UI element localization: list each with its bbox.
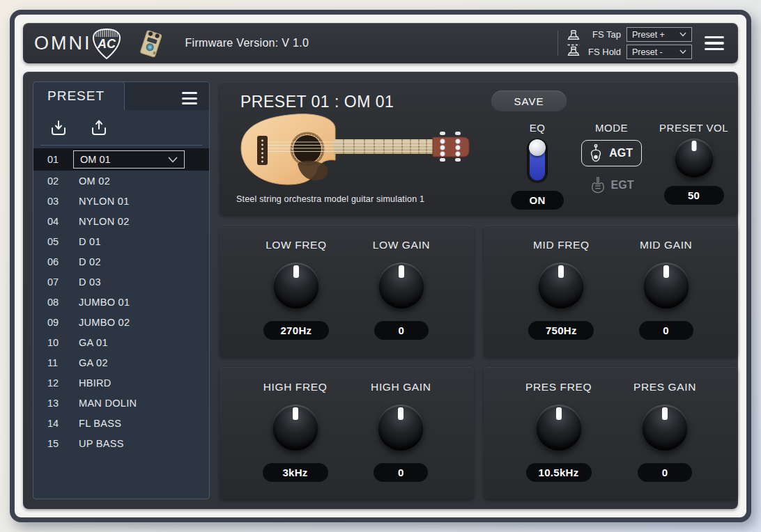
- preset-name: HBIRD: [79, 377, 112, 389]
- firmware-version-label: Firmware Version: V 1.0: [185, 37, 309, 49]
- low-freq-value: 270Hz: [263, 321, 329, 340]
- preset-name: JUMBO 01: [79, 297, 130, 308]
- low-gain-value: 0: [374, 321, 429, 340]
- preset-menu-button[interactable]: [180, 90, 199, 107]
- preset-row[interactable]: 11GA 02: [33, 352, 209, 373]
- knob-tick: [662, 407, 668, 420]
- preset-number: 10: [47, 337, 67, 348]
- preset-name: NYLON 02: [79, 216, 130, 227]
- preset-vol-value: 50: [664, 186, 724, 205]
- topbar-divider: [558, 31, 558, 56]
- fs-hold-select[interactable]: Preset -: [627, 45, 692, 59]
- fs-tap-value: Preset +: [632, 30, 665, 40]
- knob-tick: [663, 265, 669, 278]
- svg-text:AC: AC: [97, 37, 116, 51]
- pres-gain-control: PRES GAIN 0: [633, 381, 696, 499]
- export-icon: [89, 118, 109, 138]
- fs-tap-select[interactable]: Preset +: [627, 27, 692, 42]
- sidebar-header: PRESET: [33, 82, 209, 110]
- content-area: PRESET: [23, 72, 738, 509]
- preset-name-dropdown[interactable]: OM 01: [73, 150, 185, 169]
- mode-egt-label: EGT: [611, 179, 634, 191]
- tab-preset[interactable]: PRESET: [33, 81, 125, 110]
- knob-tick: [293, 407, 298, 420]
- mid-freq-knob[interactable]: [538, 263, 584, 308]
- high-gain-knob[interactable]: [378, 405, 424, 451]
- low-freq-control: LOW FREQ 270Hz: [263, 239, 329, 357]
- preset-row[interactable]: 13MAN DOLIN: [33, 393, 209, 413]
- preset-row[interactable]: 03NYLON 01: [33, 191, 209, 211]
- sidebar-divider: [40, 145, 202, 146]
- guitar-description: Steel string orchestra model guitar simu…: [236, 194, 424, 204]
- eq-label: EQ: [530, 122, 546, 134]
- high-gain-value: 0: [374, 463, 428, 482]
- high-gain-control: HIGH GAIN 0: [371, 381, 431, 499]
- mid-gain-control: MID GAIN 0: [639, 239, 693, 357]
- low-freq-knob[interactable]: [273, 263, 319, 308]
- mid-freq-control: MID FREQ 750Hz: [528, 239, 594, 357]
- main-menu-button[interactable]: [702, 33, 727, 54]
- mid-gain-knob[interactable]: [643, 263, 689, 308]
- mode-group: MODE AGT: [581, 122, 642, 210]
- mode-option-agt[interactable]: AGT: [581, 140, 642, 166]
- low-gain-label: LOW GAIN: [373, 239, 430, 251]
- high-freq-value: 3kHz: [263, 463, 328, 482]
- pres-gain-label: PRES GAIN: [633, 381, 696, 393]
- preset-name: FL BASS: [79, 418, 121, 429]
- fs-tap-icon: [567, 29, 581, 41]
- preset-name: D 02: [79, 256, 101, 267]
- high-freq-knob[interactable]: [272, 405, 318, 451]
- mode-label: MODE: [595, 122, 628, 134]
- preset-row-selected[interactable]: 01 OM 01: [33, 148, 209, 171]
- preset-row[interactable]: 15UP BASS: [33, 433, 209, 453]
- preset-row[interactable]: 06D 02: [33, 251, 209, 272]
- export-preset-button[interactable]: [89, 118, 109, 138]
- pres-freq-value: 10.5kHz: [526, 463, 592, 482]
- low-gain-control: LOW GAIN 0: [373, 239, 430, 357]
- pedal-icon: [135, 28, 167, 58]
- preset-number: 03: [47, 196, 67, 207]
- preset-row[interactable]: 09JUMBO 02: [33, 312, 209, 332]
- logo-text: OMNI: [34, 34, 92, 53]
- save-button[interactable]: SAVE: [491, 91, 567, 111]
- fs-tap-label: FS Tap: [586, 29, 621, 40]
- preset-row[interactable]: 07D 03: [33, 272, 209, 292]
- mode-agt-label: AGT: [609, 147, 633, 159]
- preset-number: 08: [47, 297, 67, 308]
- pres-freq-knob[interactable]: [536, 405, 582, 451]
- preset-row[interactable]: 10GA 01: [33, 332, 209, 352]
- electric-guitar-icon: [590, 175, 606, 195]
- knob-tick: [293, 265, 299, 278]
- preset-number: 15: [47, 438, 67, 449]
- preset-number: 05: [47, 236, 67, 247]
- preset-name: OM 02: [79, 175, 110, 187]
- import-preset-button[interactable]: [49, 118, 68, 138]
- pres-gain-knob[interactable]: [642, 405, 688, 451]
- high-freq-control: HIGH FREQ 3kHz: [263, 381, 328, 499]
- eq-switch-group: EQ ON: [511, 122, 564, 210]
- fs-hold-value: Preset -: [632, 47, 663, 57]
- eq-toggle[interactable]: [527, 139, 548, 183]
- high-freq-label: HIGH FREQ: [263, 381, 328, 393]
- eq-state-badge: ON: [511, 191, 564, 210]
- preset-row[interactable]: 04NYLON 02: [33, 211, 209, 231]
- app-window: OMNI AC: [10, 10, 751, 522]
- preset-row[interactable]: 05D 01: [33, 231, 209, 251]
- preset-row[interactable]: 08JUMBO 01: [33, 292, 209, 312]
- preset-vol-knob[interactable]: [675, 139, 714, 178]
- pres-freq-control: PRES FREQ 10.5kHz: [525, 381, 592, 499]
- mode-option-egt[interactable]: EGT: [585, 174, 638, 196]
- preset-vol-group: PRESET VOL 50: [659, 122, 728, 210]
- low-gain-knob[interactable]: [378, 263, 424, 308]
- preset-name: GA 01: [79, 337, 108, 348]
- preset-number: 06: [47, 256, 67, 267]
- chevron-down-icon: [679, 32, 686, 37]
- preset-row[interactable]: 14FL BASS: [33, 413, 209, 433]
- page-title: PRESET 01 : OM 01: [240, 93, 394, 111]
- preset-row[interactable]: 12HBIRD: [33, 373, 209, 393]
- presence-eq-panel: PRES FREQ 10.5kHz PRES GAIN 0: [484, 367, 738, 499]
- main-area: PRESET 01 : OM 01 SAVE: [220, 81, 738, 499]
- preset-name: D 03: [79, 276, 101, 288]
- preset-row[interactable]: 02OM 02: [33, 171, 209, 191]
- preset-number: 09: [47, 317, 67, 328]
